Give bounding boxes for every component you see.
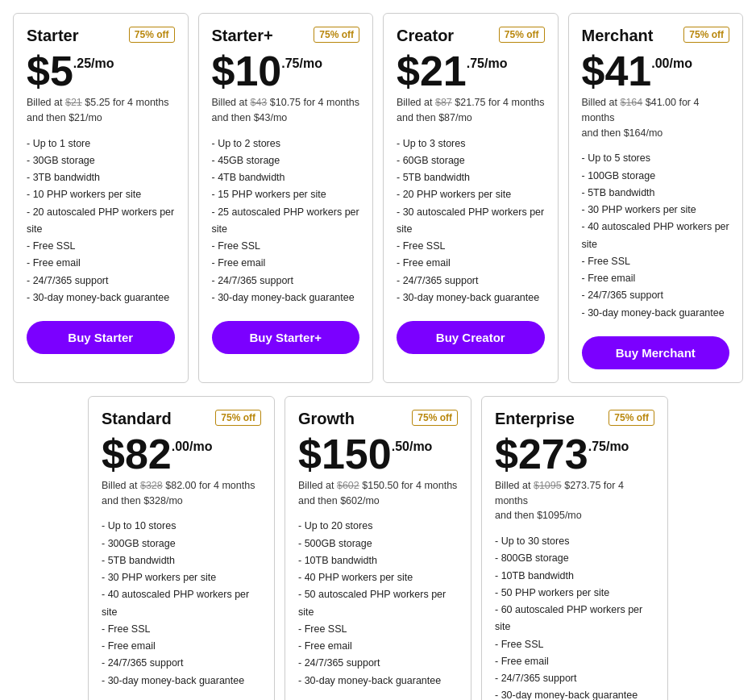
discount-badge: 75% off: [314, 27, 359, 43]
plan-price: $5.25/mo: [27, 50, 175, 92]
billed-text: Billed at $21 $5.25 for 4 monthsand then…: [27, 95, 175, 126]
feature-item: 24/7/365 support: [102, 655, 261, 672]
buy-starter-button[interactable]: Buy Starter: [27, 321, 175, 354]
plan-name: Starter+: [212, 27, 273, 45]
feature-item: Up to 20 stores: [298, 518, 458, 535]
feature-item: 500GB storage: [298, 535, 458, 552]
feature-item: 24/7/365 support: [298, 655, 458, 672]
feature-item: Free email: [102, 638, 261, 655]
price-main: $273: [495, 433, 588, 475]
discount-badge: 75% off: [609, 410, 654, 426]
plan-price: $21.75/mo: [397, 50, 545, 92]
feature-item: 25 autoscaled PHP workers per site: [212, 204, 360, 239]
plan-price: $273.75/mo: [495, 433, 654, 475]
feature-item: Free email: [495, 653, 654, 670]
plan-name: Starter: [27, 27, 78, 45]
feature-item: 300GB storage: [102, 535, 261, 552]
price-cents-mo: .00/mo: [651, 56, 692, 71]
features-list: Up to 3 stores60GB storage5TB bandwidth2…: [397, 135, 545, 307]
features-list: Up to 30 stores800GB storage10TB bandwid…: [495, 533, 654, 700]
plan-header: Enterprise75% off: [495, 410, 654, 428]
feature-item: 60 autoscaled PHP workers per site: [495, 602, 654, 636]
price-cents-mo: .75/mo: [281, 56, 322, 71]
feature-item: 20 PHP workers per site: [397, 186, 545, 203]
price-main: $10: [212, 50, 282, 92]
plan-header: Starter+75% off: [212, 27, 360, 45]
feature-item: 15 PHP workers per site: [212, 186, 360, 203]
feature-item: 30-day money-back guarantee: [582, 305, 730, 322]
feature-item: Up to 3 stores: [397, 135, 545, 152]
feature-item: Free email: [298, 638, 458, 655]
top-plans-grid: Starter75% off$5.25/moBilled at $21 $5.2…: [13, 13, 743, 383]
discount-badge: 75% off: [215, 410, 261, 426]
plan-name: Creator: [397, 27, 454, 45]
price-main: $82: [102, 433, 172, 475]
feature-item: 40 autoscaled PHP workers per site: [102, 586, 261, 621]
feature-item: 24/7/365 support: [397, 273, 545, 290]
billed-text: Billed at $164 $41.00 for 4 monthsand th…: [582, 95, 730, 140]
discount-badge: 75% off: [129, 27, 175, 43]
billed-text: Billed at $328 $82.00 for 4 monthsand th…: [102, 478, 261, 509]
features-list: Up to 2 stores45GB storage4TB bandwidth1…: [212, 135, 360, 307]
feature-item: 30-day money-back guarantee: [495, 687, 654, 700]
price-cents-mo: .50/mo: [392, 440, 433, 454]
plan-name: Standard: [102, 410, 172, 428]
feature-item: Free SSL: [397, 238, 545, 255]
price-main: $41: [582, 50, 652, 92]
feature-item: 3TB bandwidth: [27, 169, 175, 186]
feature-item: Up to 30 stores: [495, 533, 654, 550]
feature-item: Up to 1 store: [27, 135, 175, 152]
bottom-plans-grid: Standard75% off$82.00/moBilled at $328 $…: [88, 396, 668, 700]
feature-item: 45GB storage: [212, 152, 360, 169]
feature-item: Free email: [582, 270, 730, 287]
feature-item: 10 PHP workers per site: [27, 186, 175, 203]
feature-item: Up to 5 stores: [582, 150, 730, 167]
feature-item: Free email: [27, 255, 175, 272]
feature-item: 30-day money-back guarantee: [102, 673, 261, 690]
plan-header: Merchant75% off: [582, 27, 730, 45]
buy-merchant-button[interactable]: Buy Merchant: [582, 336, 730, 369]
feature-item: 60GB storage: [397, 152, 545, 169]
plan-card-creator: Creator75% off$21.75/moBilled at $87 $21…: [383, 13, 559, 383]
features-list: Up to 10 stores300GB storage5TB bandwidt…: [102, 518, 261, 690]
feature-item: 30 autoscaled PHP workers per site: [397, 204, 545, 239]
features-list: Up to 1 store30GB storage3TB bandwidth10…: [27, 135, 175, 307]
plan-name: Merchant: [582, 27, 654, 45]
plan-card-growth: Growth75% off$150.50/moBilled at $602 $1…: [285, 396, 471, 700]
price-main: $21: [397, 50, 467, 92]
plan-price: $10.75/mo: [212, 50, 360, 92]
plan-header: Creator75% off: [397, 27, 545, 45]
plan-card-merchant: Merchant75% off$41.00/moBilled at $164 $…: [568, 13, 744, 383]
features-list: Up to 5 stores100GB storage5TB bandwidth…: [582, 150, 730, 322]
feature-item: Free SSL: [495, 636, 654, 653]
feature-item: 40 PHP workers per site: [298, 569, 458, 586]
feature-item: Free SSL: [212, 238, 360, 255]
feature-item: 5TB bandwidth: [397, 169, 545, 186]
feature-item: Free email: [212, 255, 360, 272]
plan-card-standard: Standard75% off$82.00/moBilled at $328 $…: [88, 396, 275, 700]
feature-item: Free SSL: [102, 621, 261, 638]
plan-card-starter: Starter75% off$5.25/moBilled at $21 $5.2…: [13, 13, 189, 383]
feature-item: 10TB bandwidth: [298, 552, 458, 569]
plan-header: Standard75% off: [102, 410, 261, 428]
plan-card-enterprise: Enterprise75% off$273.75/moBilled at $10…: [481, 396, 668, 700]
price-cents-mo: .25/mo: [73, 56, 114, 71]
buy-creator-button[interactable]: Buy Creator: [397, 321, 545, 354]
feature-item: 24/7/365 support: [212, 273, 360, 290]
feature-item: 24/7/365 support: [27, 273, 175, 290]
plan-price: $82.00/mo: [102, 433, 261, 475]
buy-starter-plus-button[interactable]: Buy Starter+: [212, 321, 360, 354]
feature-item: 4TB bandwidth: [212, 169, 360, 186]
feature-item: Free SSL: [298, 621, 458, 638]
feature-item: Up to 2 stores: [212, 135, 360, 152]
feature-item: 30-day money-back guarantee: [298, 673, 458, 690]
feature-item: Free email: [397, 255, 545, 272]
plan-price: $41.00/mo: [582, 50, 730, 92]
feature-item: 30 PHP workers per site: [102, 569, 261, 586]
feature-item: 5TB bandwidth: [582, 185, 730, 202]
plan-price: $150.50/mo: [298, 433, 458, 475]
feature-item: 30 PHP workers per site: [582, 202, 730, 219]
plan-name: Growth: [298, 410, 355, 428]
feature-item: 30-day money-back guarantee: [212, 290, 360, 306]
feature-item: 20 autoscaled PHP workers per site: [27, 204, 175, 239]
